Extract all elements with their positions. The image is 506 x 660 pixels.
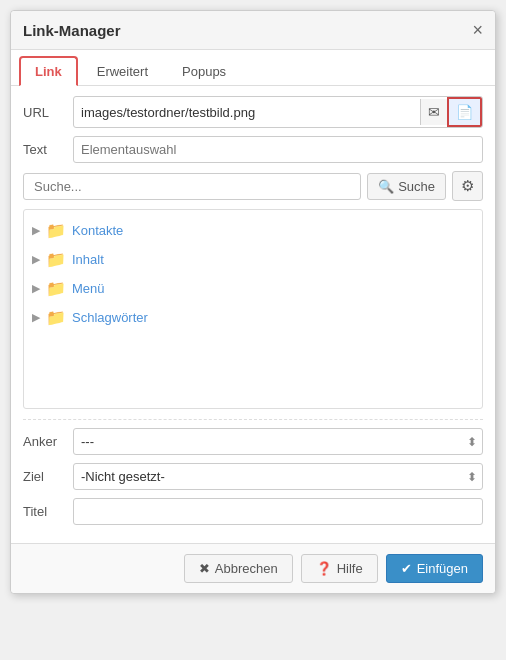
browse-icon: 📄	[456, 104, 473, 120]
tree-arrow-schlagwoerter: ▶	[32, 311, 46, 324]
close-button[interactable]: ×	[472, 21, 483, 39]
cancel-button[interactable]: ✖ Abbrechen	[184, 554, 293, 583]
tab-erweitert[interactable]: Erweitert	[82, 56, 163, 85]
folder-icon-kontakte: 📁	[46, 221, 66, 240]
url-email-icon-btn[interactable]: ✉	[420, 99, 447, 125]
search-button[interactable]: 🔍 Suche	[367, 173, 446, 200]
tree-label-kontakte: Kontakte	[72, 223, 123, 238]
url-label: URL	[23, 105, 73, 120]
url-row: URL ✉ 📄	[23, 96, 483, 128]
tree-item-menu[interactable]: ▶ 📁 Menü	[24, 274, 482, 303]
dialog-header: Link-Manager ×	[11, 11, 495, 50]
url-browse-icon-btn[interactable]: 📄	[447, 97, 482, 127]
anker-select-wrap: --- ⬍	[73, 428, 483, 455]
settings-button[interactable]: ⚙	[452, 171, 483, 201]
tree-arrow-menu: ▶	[32, 282, 46, 295]
url-input-wrap: ✉ 📄	[73, 96, 483, 128]
tree-item-schlagwoerter[interactable]: ▶ 📁 Schlagwörter	[24, 303, 482, 332]
link-manager-dialog: Link-Manager × Link Erweitert Popups URL…	[10, 10, 496, 594]
tree-item-inhalt[interactable]: ▶ 📁 Inhalt	[24, 245, 482, 274]
divider	[23, 419, 483, 420]
titel-input[interactable]	[73, 498, 483, 525]
tree-label-schlagwoerter: Schlagwörter	[72, 310, 148, 325]
tree-label-menu: Menü	[72, 281, 105, 296]
help-label: Hilfe	[337, 561, 363, 576]
check-icon: ✔	[401, 561, 412, 576]
search-btn-label: Suche	[398, 179, 435, 194]
cancel-label: Abbrechen	[215, 561, 278, 576]
tree-item-kontakte[interactable]: ▶ 📁 Kontakte	[24, 216, 482, 245]
tree-label-inhalt: Inhalt	[72, 252, 104, 267]
text-row: Text	[23, 136, 483, 163]
ziel-select-wrap: -Nicht gesetzt- ⬍	[73, 463, 483, 490]
titel-row: Titel	[23, 498, 483, 525]
folder-icon-menu: 📁	[46, 279, 66, 298]
email-icon: ✉	[428, 104, 440, 120]
search-input[interactable]	[23, 173, 361, 200]
gear-icon: ⚙	[461, 177, 474, 195]
search-icon: 🔍	[378, 179, 394, 194]
insert-label: Einfügen	[417, 561, 468, 576]
tabs-bar: Link Erweitert Popups	[11, 50, 495, 86]
text-input[interactable]	[73, 136, 483, 163]
tab-link[interactable]: Link	[19, 56, 78, 86]
folder-icon-inhalt: 📁	[46, 250, 66, 269]
ziel-select[interactable]: -Nicht gesetzt-	[73, 463, 483, 490]
dialog-title: Link-Manager	[23, 22, 121, 39]
help-icon: ❓	[316, 561, 332, 576]
dialog-body: URL ✉ 📄 Text 🔍 Suche ⚙	[11, 86, 495, 543]
tree-arrow-kontakte: ▶	[32, 224, 46, 237]
text-label: Text	[23, 142, 73, 157]
help-button[interactable]: ❓ Hilfe	[301, 554, 378, 583]
url-input[interactable]	[74, 100, 420, 125]
insert-button[interactable]: ✔ Einfügen	[386, 554, 483, 583]
anker-select[interactable]: ---	[73, 428, 483, 455]
dialog-footer: ✖ Abbrechen ❓ Hilfe ✔ Einfügen	[11, 543, 495, 593]
folder-icon-schlagwoerter: 📁	[46, 308, 66, 327]
search-row: 🔍 Suche ⚙	[23, 171, 483, 201]
anker-row: Anker --- ⬍	[23, 428, 483, 455]
anker-label: Anker	[23, 434, 73, 449]
ziel-label: Ziel	[23, 469, 73, 484]
tree-arrow-inhalt: ▶	[32, 253, 46, 266]
ziel-row: Ziel -Nicht gesetzt- ⬍	[23, 463, 483, 490]
file-tree: ▶ 📁 Kontakte ▶ 📁 Inhalt ▶ 📁 Menü ▶ 📁 Sch…	[23, 209, 483, 409]
tab-popups[interactable]: Popups	[167, 56, 241, 85]
titel-label: Titel	[23, 504, 73, 519]
cancel-icon: ✖	[199, 561, 210, 576]
